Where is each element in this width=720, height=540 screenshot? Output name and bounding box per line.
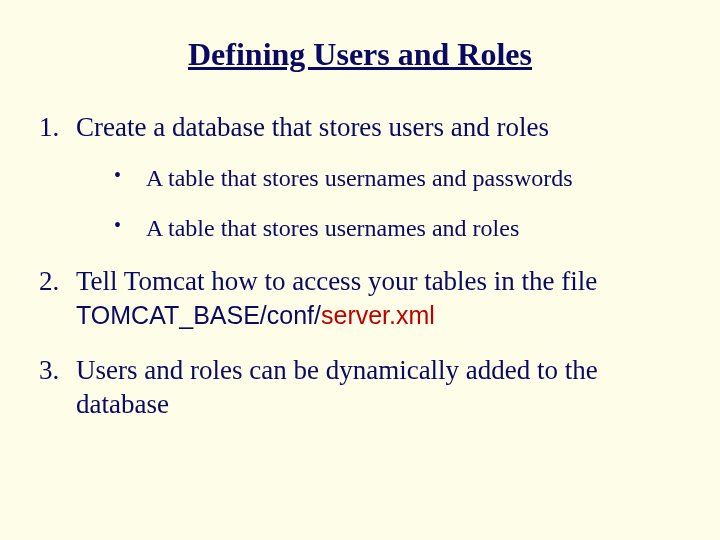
list-item-1-text: Create a database that stores users and … [76,112,549,142]
list-item-1: Create a database that stores users and … [66,111,692,243]
list-item-3-text: Users and roles can be dynamically added… [76,355,598,419]
sub-item-2: A table that stores usernames and roles [114,213,692,243]
sub-list: A table that stores usernames and passwo… [76,163,692,243]
tomcat-path: TOMCAT_BASE/conf/ [76,301,321,329]
list-item-2-text: Tell Tomcat how to access your tables in… [76,266,597,296]
sub-item-2-text: A table that stores usernames and roles [146,215,519,241]
list-item-2: Tell Tomcat how to access your tables in… [66,265,692,333]
slide-title: Defining Users and Roles [28,36,692,73]
list-item-3: Users and roles can be dynamically added… [66,354,692,422]
sub-item-1: A table that stores usernames and passwo… [114,163,692,193]
numbered-list: Create a database that stores users and … [28,111,692,422]
slide: Defining Users and Roles Create a databa… [0,0,720,540]
tomcat-file: server.xml [321,301,435,329]
sub-item-1-text: A table that stores usernames and passwo… [146,165,573,191]
